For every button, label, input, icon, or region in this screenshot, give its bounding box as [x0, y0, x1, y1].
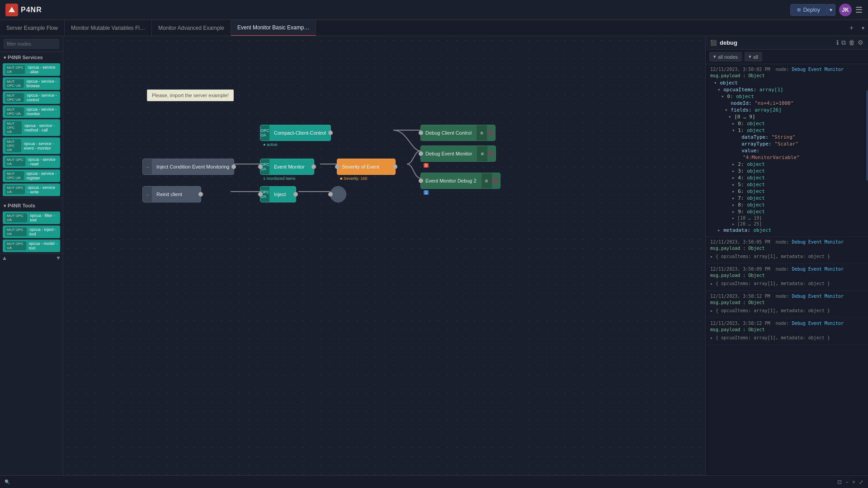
reinit-client-node[interactable]: → Reinit client — [142, 186, 201, 202]
debug-scrollbar[interactable] — [866, 90, 868, 181]
debug-event-monitor-node[interactable]: Debug Event Monitor ≡ 5 — [420, 145, 496, 162]
deploy-button[interactable]: ⊞ Deploy — [790, 4, 827, 16]
tree-f3: ▸ 3: object — [732, 168, 863, 174]
tab-more-button[interactable]: ▾ — [858, 25, 868, 31]
tree-fields-10-19[interactable]: ▸ [10 … 19] — [728, 215, 863, 221]
sidebar-node-opcua-service-control[interactable]: MUT OPC UA opcua - service - control — [3, 91, 60, 104]
port-right-inject-condition[interactable] — [231, 164, 236, 169]
sidebar-node-opcua-inject-tool[interactable]: MUT OPC UA opcua - inject - tool — [3, 225, 60, 238]
canvas-fit-btn[interactable]: ⊡ — [837, 479, 842, 485]
sidebar-node-opcua-service-write[interactable]: MUT OPC UA opcua - service - write — [3, 183, 60, 196]
port-right-reinit[interactable] — [198, 192, 203, 197]
port-left-severity[interactable] — [335, 164, 340, 169]
debug2-count: 1 — [424, 190, 429, 195]
debug2-btn[interactable]: ≡ — [481, 173, 492, 188]
node-badge-t2: MUT OPC UA — [5, 227, 27, 236]
hamburger-menu[interactable]: ☰ — [855, 5, 863, 15]
logo-icon — [5, 4, 18, 16]
sidebar-scroll-down[interactable]: ▼ — [56, 255, 61, 261]
debug-inline-2[interactable]: ▸ { opcuaItems: array[1], metadata: obje… — [710, 252, 863, 261]
inject-condition-node[interactable]: → Inject Condition Event Monitoring — [142, 159, 234, 175]
tree-fields-20-25[interactable]: ▸ [20 … 25] — [728, 221, 863, 227]
debug-client-control-btn[interactable]: ≡ — [476, 125, 487, 141]
debug-panel: ⬛ debug ℹ ⧉ 🗑 ⚙ ▾ all nodes ▾ all — [705, 36, 868, 488]
filter-nodes-input[interactable] — [4, 39, 59, 49]
filter-icon: ▾ — [713, 54, 716, 60]
tab-monitor-advanced[interactable]: Monitor Advanced Example — [152, 20, 231, 36]
port-left-event-monitor[interactable] — [258, 164, 263, 169]
port-right-inject[interactable] — [293, 192, 298, 197]
debug-info-icon[interactable]: ℹ — [836, 39, 839, 47]
debug-msg-2-header: 12/11/2023, 3:50:05 PM node: Debug Event… — [710, 239, 863, 244]
port-right-compact[interactable] — [328, 131, 333, 135]
debug-trash-icon[interactable]: 🗑 — [849, 39, 855, 47]
tab-add-button[interactable]: + — [845, 24, 858, 32]
debug-inline-3[interactable]: ▸ { opcuaItems: array[1], metadata: obje… — [710, 279, 863, 288]
bottom-search-icon[interactable]: 🔍 — [5, 479, 10, 484]
inject-node[interactable]: OPCUA Inject — [260, 186, 296, 202]
event-monitor-node[interactable]: OPCUA Event Monitor 1 monitored items — [260, 159, 314, 175]
sidebar-node-opcua-service-read[interactable]: MUT OPC UA opcua - service - read — [3, 155, 60, 168]
logo: P4NR — [5, 4, 42, 16]
debug-panel-controls: ℹ ⧉ 🗑 ⚙ — [836, 39, 863, 47]
debug-client-control-label: Debug Client Control — [421, 127, 476, 138]
debug-toggle-1[interactable] — [487, 130, 493, 136]
debug-settings-icon[interactable]: ⚙ — [858, 39, 863, 47]
debug-copy-icon[interactable]: ⧉ — [841, 39, 846, 47]
port-left-debug2[interactable] — [419, 178, 423, 183]
user-avatar[interactable]: JK — [839, 4, 852, 16]
tab-monitor-mutable[interactable]: Monitor Mutable Variables Fl… — [65, 20, 152, 36]
sidebar-node-opcua-service-alias[interactable]: MUT OPC UA opcua - service - alias — [3, 63, 60, 76]
inject-output-node[interactable] — [330, 186, 346, 202]
severity-of-event-label: Severity of Event — [337, 161, 395, 172]
sidebar-node-opcua-model-tool[interactable]: MUT OPC UA opcua - model - tool — [3, 239, 60, 252]
debug-payload-2: msg.payload : Object — [710, 246, 863, 251]
flow-canvas[interactable]: Please, import the server example! OPCUA… — [63, 36, 705, 488]
port-left-inject-out[interactable] — [328, 192, 333, 197]
filter-all-nodes-btn[interactable]: ▾ all nodes — [709, 52, 742, 61]
node-badge-mut7: MUT OPC UA — [5, 157, 25, 166]
canvas-zoom-out-btn[interactable]: − — [845, 479, 849, 485]
sidebar-node-opcua-service-event-monitor[interactable]: MUT OPC UA opcua - service - event - mon… — [3, 137, 60, 154]
event-monitor-debug2-node[interactable]: Event Monitor Debug 2 ≡ 1 — [420, 173, 500, 189]
sidebar-scroll-up[interactable]: ▲ — [2, 255, 7, 261]
sidebar-node-opcua-service-monitor[interactable]: MUT OPC UA opcua - service - monitor — [3, 105, 60, 118]
debug-node-5: Debug Event Monitor — [792, 321, 844, 326]
sidebar-node-opcua-service-register[interactable]: MUT OPC UA opcua - service - register — [3, 169, 60, 182]
debug-inline-5[interactable]: ▸ { opcuaItems: array[1], metadata: obje… — [710, 333, 863, 342]
sidebar-node-opcua-filter-tool[interactable]: MUT OPC UA opcua - filter - tool — [3, 211, 60, 224]
severity-of-event-node[interactable]: Severity of Event ■ Severity: 150 — [337, 159, 396, 175]
tab-server-example[interactable]: Server Example Flow — [0, 20, 65, 36]
debug-toggle-3[interactable] — [492, 178, 498, 184]
sidebar-section-p4nr-services[interactable]: ▾ P4NR Services — [0, 52, 63, 62]
tree-value-val: "4:MonitorVariable" — [736, 154, 863, 161]
debug-message-5: 12/11/2023, 3:50:12 PM node: Debug Event… — [706, 318, 868, 345]
comment-node[interactable]: Please, import the server example! — [147, 89, 234, 101]
deploy-label: Deploy — [803, 7, 820, 13]
debug-inline-4[interactable]: ▸ { opcuaItems: array[1], metadata: obje… — [710, 306, 863, 315]
port-left-debug-client[interactable] — [419, 131, 423, 135]
node-label-t1: opcua - filter - tool — [30, 213, 57, 222]
debug-timestamp-5: 12/11/2023, 3:50:12 PM — [710, 321, 770, 326]
port-left-debug-event[interactable] — [419, 151, 423, 156]
debug-toggle-2[interactable] — [487, 150, 494, 157]
debug-event-monitor-btn[interactable]: ≡ — [476, 146, 487, 161]
sidebar-section-p4nr-tools[interactable]: ▾ P4NR Tools — [0, 200, 63, 210]
sidebar-node-opcua-service-browse[interactable]: MUT OPC UA opcua - service - browse — [3, 77, 60, 90]
tab-event-monitor[interactable]: Event Monitor Basic Examp… — [231, 20, 316, 36]
sidebar-node-opcua-service-method-call[interactable]: MUT OPC UA opcua - service - method - ca… — [3, 119, 60, 136]
port-right-event-monitor[interactable] — [311, 164, 316, 169]
canvas-expand-btn[interactable]: ⤢ — [859, 479, 863, 485]
port-left-inject[interactable] — [258, 192, 263, 197]
debug-client-control-node[interactable]: Debug Client Control ≡ — [420, 125, 495, 141]
filter-all-nodes-label: all nodes — [718, 54, 738, 60]
tree-f6: ▸ 6: object — [732, 188, 863, 195]
deploy-chevron[interactable]: ▾ — [827, 4, 835, 16]
filter-all-btn[interactable]: ▾ all — [745, 52, 762, 61]
filter-all-icon: ▾ — [749, 54, 751, 60]
node-badge-mut2: MUT OPC UA — [5, 79, 24, 88]
port-right-severity[interactable] — [393, 164, 397, 169]
canvas-zoom-in-btn[interactable]: + — [852, 479, 855, 485]
compact-client-control-node[interactable]: OPCUA Compact-Client-Control ● active — [260, 125, 331, 141]
tree-f4: ▸ 4: object — [732, 174, 863, 181]
